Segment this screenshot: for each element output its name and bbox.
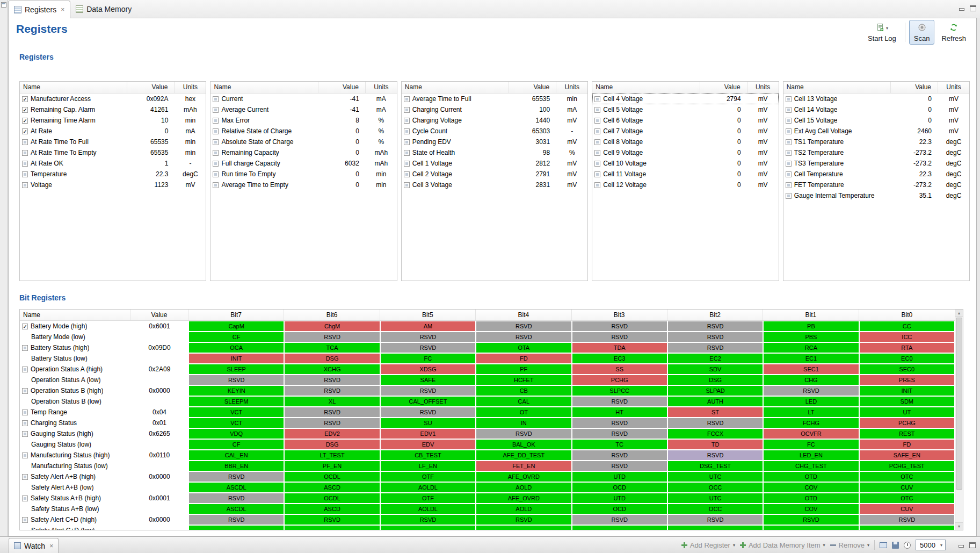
bit-flag[interactable]: RSVD — [668, 321, 763, 331]
bit-flag[interactable]: SEC1 — [764, 364, 858, 374]
start-log-dropdown-icon[interactable]: ▾ — [886, 26, 888, 31]
bit-flag[interactable]: RSVD — [476, 321, 571, 331]
bit-column-header-bit0[interactable]: Bit0 — [859, 310, 955, 320]
register-row[interactable]: Pending EDV3031mV — [402, 137, 587, 147]
register-checkbox-icon[interactable] — [22, 453, 28, 458]
bit-flag[interactable]: KEYIN — [189, 386, 284, 396]
register-row[interactable]: Charging Current100mA — [402, 104, 587, 115]
bit-flag[interactable]: SU — [381, 418, 475, 428]
bit-flag[interactable]: LT_TEST — [285, 450, 379, 460]
bit-flag[interactable]: PF — [476, 364, 571, 374]
bit-register-row[interactable]: Battery Mode (low)CFRSVDRSVDRSVDRSVDRSVD… — [20, 332, 955, 342]
bit-flag[interactable]: AFE_OVRD — [476, 493, 571, 503]
bit-flag[interactable]: UTC — [668, 493, 763, 503]
column-header-units[interactable]: Units — [366, 82, 397, 93]
register-checkbox-icon[interactable] — [22, 420, 28, 426]
bit-column-header-bit3[interactable]: Bit3 — [572, 310, 667, 320]
bit-flag[interactable]: FCCX — [668, 429, 763, 439]
register-row[interactable]: Run time To Empty0min — [210, 169, 396, 179]
bit-flag[interactable]: TDA — [572, 343, 667, 353]
column-header-units[interactable]: Units — [556, 82, 587, 93]
bit-flag[interactable]: OCVFR — [764, 429, 858, 439]
bit-flag[interactable]: AFE_OVRD — [476, 472, 571, 482]
bit-flag[interactable]: HT — [572, 407, 667, 417]
bit-flag[interactable]: RSVD — [764, 515, 858, 525]
register-row[interactable]: Cell 12 Voltage0mV — [592, 179, 778, 190]
bit-flag[interactable]: RSVD — [189, 472, 284, 482]
bit-register-row[interactable]: Safety Alert C+D (low) — [20, 525, 955, 530]
bit-flag[interactable]: CAL_EN — [189, 450, 284, 460]
column-header-units[interactable]: Units — [175, 82, 206, 93]
bit-flag[interactable]: OCC — [668, 483, 763, 492]
bit-flag[interactable]: SDM — [860, 397, 954, 406]
bit-column-header-bit4[interactable]: Bit4 — [476, 310, 571, 320]
bit-flag[interactable] — [189, 526, 284, 530]
bit-flag[interactable]: FD — [476, 354, 571, 363]
register-checkbox-icon[interactable] — [22, 517, 28, 523]
bit-flag[interactable]: OCA — [189, 343, 284, 353]
bit-flag[interactable]: RSVD — [476, 332, 571, 342]
register-row[interactable]: Cell Temperature22.3degC — [783, 169, 969, 179]
close-tab-icon[interactable]: × — [61, 6, 64, 13]
register-row[interactable]: Cell 6 Voltage0mV — [592, 115, 778, 126]
restore-icon[interactable] — [969, 542, 976, 548]
register-row[interactable]: Charging Voltage1440mV — [402, 115, 587, 126]
bit-flag[interactable]: OTF — [381, 472, 475, 482]
scan-interval-select[interactable]: 5000 ▾ — [916, 540, 946, 550]
bit-flag[interactable]: RSVD — [572, 397, 667, 406]
checked-checkbox-icon[interactable]: ✓ — [22, 324, 28, 329]
register-row[interactable]: Current-41mA — [210, 94, 396, 104]
bit-flag[interactable]: RSVD — [285, 515, 379, 525]
bit-flag[interactable]: REST — [860, 429, 954, 439]
register-row[interactable]: ✓Remaining Cap. Alarm41261mAh — [20, 104, 206, 115]
bit-flag[interactable]: EDV1 — [381, 429, 475, 439]
bit-flag[interactable]: AOLDL — [381, 504, 475, 514]
bit-flag[interactable]: RSVD — [189, 375, 284, 385]
bit-flag[interactable]: RSVD — [381, 515, 475, 525]
tab-watch[interactable]: Watch × — [9, 538, 59, 553]
bit-flag[interactable]: IN — [476, 418, 571, 428]
add-register-dropdown-icon[interactable]: ▾ — [733, 543, 735, 548]
bit-column-header-name[interactable]: Name — [20, 310, 130, 320]
bit-flag[interactable]: OTC — [860, 493, 954, 503]
bit-flag[interactable] — [572, 526, 667, 530]
bit-register-row[interactable]: Gauging Status (high)0x6265VDQEDV2EDV1RS… — [20, 428, 955, 439]
bit-flag[interactable]: CC — [860, 321, 954, 331]
bit-flag[interactable]: HCFET — [476, 375, 571, 385]
column-header-value[interactable]: Value — [318, 82, 366, 93]
bit-flag[interactable]: TC — [572, 440, 667, 449]
bit-flag[interactable]: RSVD — [572, 429, 667, 439]
register-row[interactable]: FET Temperature-273.2degC — [783, 179, 969, 190]
bit-flag[interactable]: CF — [189, 332, 284, 342]
close-watch-tab-icon[interactable]: × — [49, 543, 53, 549]
bit-flag[interactable]: ASCD — [285, 483, 379, 492]
bit-flag[interactable]: AOLD — [476, 504, 571, 514]
bit-register-row[interactable]: Operation Status A (high)0x2A09SLEEPXCHG… — [20, 364, 955, 375]
bit-flag[interactable]: COV — [764, 483, 858, 492]
bit-flag[interactable]: AM — [381, 321, 475, 331]
bit-flag[interactable]: RSVD — [189, 493, 284, 503]
bit-flag[interactable]: CAL — [476, 397, 571, 406]
bit-flag[interactable]: OTC — [860, 472, 954, 482]
column-header-name[interactable]: Name — [783, 82, 891, 93]
bit-flag[interactable]: LED_EN — [764, 450, 858, 460]
bit-register-row[interactable]: Safety Alert C+D (high)0x0000RSVDRSVDRSV… — [20, 514, 955, 525]
bit-flag[interactable]: RSVD — [668, 332, 763, 342]
bit-flag[interactable]: AOLDL — [381, 483, 475, 492]
scan-button[interactable]: Scan — [909, 20, 935, 45]
register-row[interactable]: Cell 8 Voltage0mV — [592, 137, 778, 147]
bit-flag[interactable]: RSVD — [189, 515, 284, 525]
bit-flag[interactable]: OCD — [572, 483, 667, 492]
register-row[interactable]: Average Time to Empty0min — [210, 179, 396, 190]
bit-flag[interactable]: TCA — [285, 343, 379, 353]
bit-register-row[interactable]: Battery Status (low)INITDSGFCFDEC3EC2EC1… — [20, 353, 955, 364]
bit-flag[interactable]: UTC — [668, 472, 763, 482]
bit-register-row[interactable]: Manufacturing Status (low)BBR_ENPF_ENLF_… — [20, 461, 955, 471]
bit-flag[interactable]: LED — [764, 397, 858, 406]
bit-flag[interactable]: RSVD — [572, 515, 667, 525]
bit-flag[interactable]: RSVD — [285, 375, 379, 385]
bit-flag[interactable]: CF — [189, 440, 284, 449]
bit-flag[interactable]: CUV — [860, 504, 954, 514]
register-checkbox-icon[interactable] — [22, 367, 28, 372]
bit-flag[interactable]: RSVD — [668, 343, 763, 353]
